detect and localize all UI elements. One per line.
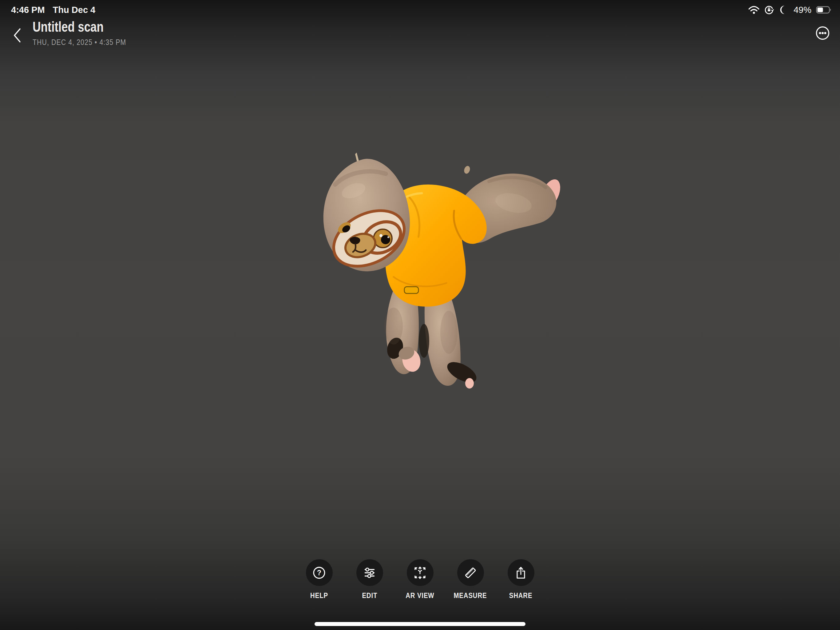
edit-button-circle [356,559,383,586]
share-button-circle [508,559,534,586]
page-title: Untitled scan [33,19,120,35]
right-eye-glint [379,234,382,237]
more-options-button[interactable] [815,26,830,40]
measure-label: MEASURE [454,591,487,600]
chevron-left-icon [13,28,22,43]
battery-percent: 49% [794,5,812,15]
scan-timestamp: THU, DEC 4, 2025 • 4:35 PM [33,38,126,47]
fur-texture-3 [440,311,458,354]
share-label: SHARE [509,591,532,600]
sliders-icon [363,566,377,580]
svg-text:?: ? [317,568,321,576]
hoodie-chest-logo [404,287,418,293]
measure-button[interactable]: MEASURE [445,559,496,600]
share-button[interactable]: SHARE [496,559,546,600]
title-block: Untitled scan THU, DEC 4, 2025 • 4:35 PM [33,19,143,47]
edit-button[interactable]: EDIT [344,559,395,600]
ar-view-label: AR VIEW [406,591,434,600]
ellipsis-circle-icon [815,26,830,40]
fur-texture-2 [384,308,403,345]
home-indicator[interactable] [314,622,526,626]
question-circle-icon: ? [312,566,326,580]
measure-button-circle [457,559,484,586]
status-bar: 4:46 PM Thu Dec 4 49% [0,0,840,17]
ar-view-button-circle [407,559,434,586]
leg-gap-shadow [419,324,429,358]
status-time: 4:46 PM [11,5,45,15]
scanned-3d-model[interactable] [317,148,563,394]
help-button[interactable]: ? HELP [294,559,344,600]
status-date: Thu Dec 4 [53,5,96,15]
status-right: 49% [748,5,831,15]
help-label: HELP [310,591,328,600]
ruler-icon [463,566,477,580]
back-button[interactable] [12,27,23,44]
edit-label: EDIT [362,591,377,600]
status-left: 4:46 PM Thu Dec 4 [11,5,95,15]
scan-viewer-screen: 4:46 PM Thu Dec 4 49% [0,0,840,630]
wifi-icon [748,6,759,14]
bottom-toolbar: ? HELP EDIT [294,559,546,600]
scan-artifact-speck [463,165,471,174]
focus-moon-icon [778,5,788,14]
battery-icon [816,6,831,14]
rotation-lock-icon [764,5,774,15]
right-eye-glint-2 [387,236,389,238]
ar-axes-icon [413,566,427,580]
right-foot-pad [465,378,474,388]
ar-view-button[interactable]: AR VIEW [395,559,445,600]
help-button-circle: ? [306,559,333,586]
share-up-arrow-icon [514,566,528,580]
